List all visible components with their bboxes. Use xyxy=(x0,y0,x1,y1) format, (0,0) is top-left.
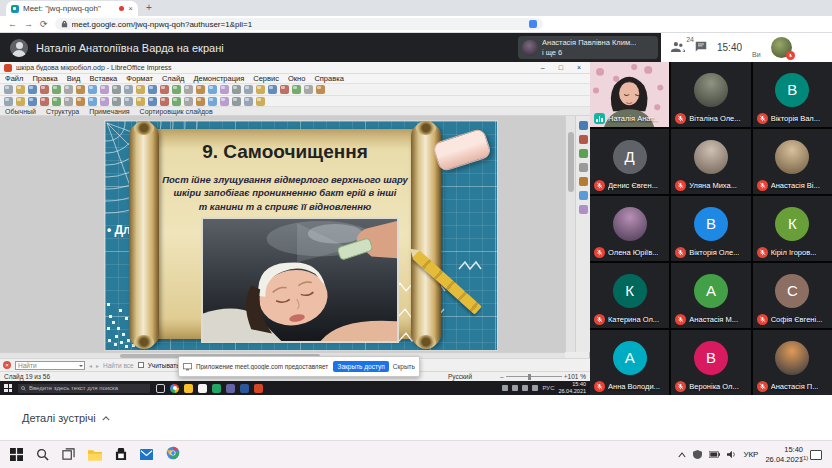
zoom-slider[interactable] xyxy=(506,376,562,377)
select-icon[interactable] xyxy=(4,97,13,106)
shadow-icon[interactable] xyxy=(220,97,229,106)
menu-Файл[interactable]: Файл xyxy=(5,74,23,83)
self-avatar[interactable] xyxy=(771,37,792,58)
view-tab-Структура[interactable]: Структура xyxy=(46,108,79,115)
flowchart-icon[interactable] xyxy=(148,97,157,106)
notification-center-icon[interactable]: (1) xyxy=(810,450,822,460)
find-all-button[interactable]: Найти все xyxy=(103,362,134,369)
styles-icon[interactable] xyxy=(579,177,588,186)
gallery-icon[interactable] xyxy=(292,85,301,94)
image-icon[interactable] xyxy=(196,85,205,94)
shield-icon[interactable] xyxy=(693,450,702,459)
find-replace-icon[interactable] xyxy=(136,85,145,94)
language-indicator[interactable]: УКР xyxy=(743,450,758,459)
back-icon[interactable]: ← xyxy=(8,20,17,29)
tray-expand-icon[interactable] xyxy=(678,452,686,458)
3d-icon[interactable] xyxy=(304,85,313,94)
chart-icon[interactable] xyxy=(208,85,217,94)
file-explorer-icon[interactable] xyxy=(88,449,102,461)
impress-titlebar[interactable]: шкіра будова мікробіол.odp - LibreOffice… xyxy=(0,62,590,74)
doc-app-icon[interactable] xyxy=(198,384,207,393)
drive-app-icon[interactable] xyxy=(212,384,221,393)
address-input[interactable]: meet.google.com/jwq-npwq-qoh?authuser=1&… xyxy=(55,18,543,30)
participant-tile[interactable]: ССофія Євгені... xyxy=(753,263,832,328)
open-icon[interactable] xyxy=(16,85,25,94)
tray-icon[interactable] xyxy=(522,385,528,391)
stars-icon[interactable] xyxy=(172,97,181,106)
callouts-icon[interactable] xyxy=(160,97,169,106)
new-icon[interactable] xyxy=(4,85,13,94)
print-icon[interactable] xyxy=(52,85,61,94)
folder-app-icon[interactable] xyxy=(184,384,193,393)
close-find-icon[interactable]: × xyxy=(3,361,11,369)
taskbar-search-input[interactable]: Введите здесь текст для поиска xyxy=(18,384,150,393)
start-button-icon[interactable] xyxy=(4,384,12,392)
connector-icon[interactable] xyxy=(100,97,109,106)
task-view-icon[interactable] xyxy=(62,448,75,461)
menu-Окно[interactable]: Окно xyxy=(288,74,305,83)
glue-points-icon[interactable] xyxy=(256,97,265,106)
menu-Сервис[interactable]: Сервис xyxy=(253,74,279,83)
rectangle-icon[interactable] xyxy=(52,97,61,106)
save-icon[interactable] xyxy=(28,85,37,94)
redo-icon[interactable] xyxy=(124,85,133,94)
word-app-icon[interactable] xyxy=(240,384,249,393)
curve-icon[interactable] xyxy=(88,97,97,106)
reload-icon[interactable]: ⟳ xyxy=(40,20,48,29)
clone-formatting-icon[interactable] xyxy=(100,85,109,94)
tab-close-icon[interactable]: × xyxy=(128,5,133,13)
menu-Правка[interactable]: Правка xyxy=(32,74,57,83)
taskview-app-icon[interactable] xyxy=(156,384,165,393)
minimize-button[interactable]: – xyxy=(536,64,550,71)
vertical-scrollbar[interactable] xyxy=(565,116,575,352)
view-tab-Обычный[interactable]: Обычный xyxy=(5,108,36,115)
menu-Вставка[interactable]: Вставка xyxy=(89,74,117,83)
menu-Демонстрация[interactable]: Демонстрация xyxy=(193,74,244,83)
match-case-checkbox[interactable] xyxy=(138,362,144,368)
participant-tile[interactable]: Олена Юріїв... xyxy=(590,196,669,261)
menu-Вид[interactable]: Вид xyxy=(67,74,81,83)
slide-transition-icon[interactable] xyxy=(579,135,588,144)
paste-icon[interactable] xyxy=(88,85,97,94)
participants-pill[interactable]: Анастасія Павлівна Клим... і ще 6 xyxy=(518,36,658,59)
animation-icon[interactable] xyxy=(579,149,588,158)
meeting-details-button[interactable]: Деталі зустрічі xyxy=(22,412,110,424)
export-pdf-icon[interactable] xyxy=(40,85,49,94)
master-slides-icon[interactable] xyxy=(579,163,588,172)
symbol-shapes-icon[interactable] xyxy=(124,97,133,106)
rotate-icon[interactable] xyxy=(184,97,193,106)
extension-icon[interactable] xyxy=(529,20,537,28)
arrange-icon[interactable] xyxy=(208,97,217,106)
duplicate-slide-icon[interactable] xyxy=(268,85,277,94)
line-icon[interactable] xyxy=(40,97,49,106)
participant-tile[interactable]: ВВікторія Вал... xyxy=(753,62,832,127)
new-tab-button[interactable]: + xyxy=(146,2,152,13)
close-button[interactable]: × xyxy=(572,64,586,71)
forward-icon[interactable]: → xyxy=(24,20,33,29)
slide-layout-icon[interactable] xyxy=(172,85,181,94)
battery-icon[interactable] xyxy=(709,451,720,458)
participant-tile[interactable]: ВВероніка Ол... xyxy=(671,330,750,395)
chat-button[interactable] xyxy=(695,39,707,57)
taskbar-clock[interactable]: 15:4026.04.2021 xyxy=(765,445,803,464)
undo-icon[interactable] xyxy=(112,85,121,94)
participant-tile[interactable]: Наталія Анат... xyxy=(590,62,669,127)
ellipse-icon[interactable] xyxy=(64,97,73,106)
fill-color-icon[interactable] xyxy=(28,97,37,106)
spelling-icon[interactable] xyxy=(148,85,157,94)
table-icon[interactable] xyxy=(184,85,193,94)
points-icon[interactable] xyxy=(244,97,253,106)
chrome-app-icon[interactable] xyxy=(170,384,179,393)
presenter-clock[interactable]: 15:4026.04.2021 xyxy=(558,381,586,394)
hide-notification-button[interactable]: Скрыть xyxy=(393,363,415,370)
participant-tile[interactable]: Анастасія П... xyxy=(753,330,832,395)
symbol-icon[interactable] xyxy=(244,85,253,94)
chrome-taskbar-button[interactable] xyxy=(166,446,180,464)
menu-Справка[interactable]: Справка xyxy=(314,74,343,83)
tray-icon[interactable] xyxy=(512,385,518,391)
new-slide-icon[interactable] xyxy=(256,85,265,94)
maximize-button[interactable]: □ xyxy=(554,64,568,71)
menu-Слайд[interactable]: Слайд xyxy=(162,74,185,83)
start-button-icon[interactable] xyxy=(10,448,23,461)
arrow-icon[interactable] xyxy=(76,97,85,106)
